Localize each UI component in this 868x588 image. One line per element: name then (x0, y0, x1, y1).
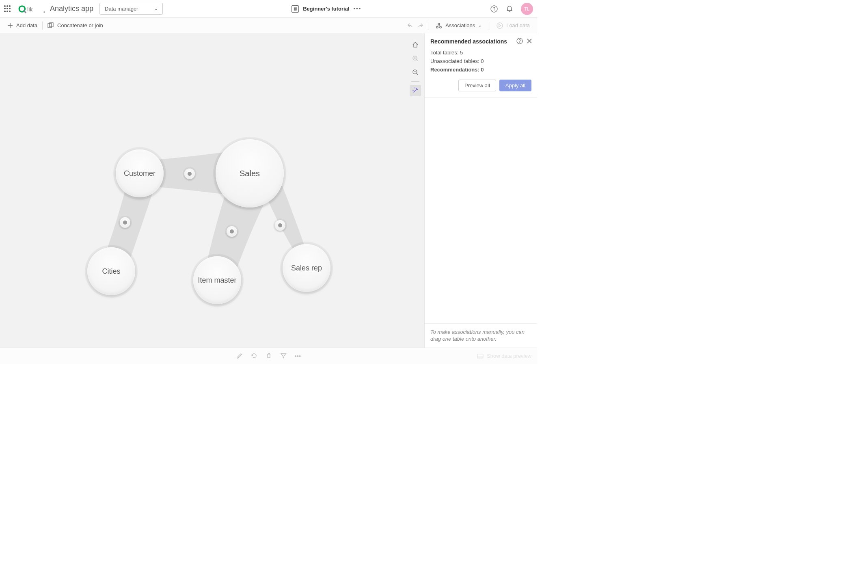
table-bubble-cities[interactable]: Cities (87, 247, 135, 295)
waffle-menu-icon[interactable] (4, 5, 11, 13)
association-dot[interactable] (227, 226, 237, 237)
footer-tools: ••• (236, 352, 301, 359)
avatar[interactable]: TL (521, 3, 533, 15)
play-circle-icon (497, 22, 503, 29)
app-name: Analytics app (50, 4, 93, 13)
show-data-preview-button: Show data preview (477, 353, 531, 359)
filter-icon (280, 352, 287, 359)
association-dot[interactable] (275, 220, 285, 231)
footer-bar: ••• Show data preview (0, 348, 537, 364)
home-icon[interactable] (410, 39, 421, 50)
canvas-area[interactable]: Customer Sales Cities Item master Sales … (0, 33, 424, 348)
more-icon[interactable]: ••• (295, 352, 301, 359)
panel-body (425, 97, 537, 323)
recommendations-value: 0 (481, 67, 484, 73)
svg-text:?: ? (493, 6, 495, 11)
apply-all-button[interactable]: Apply all (499, 80, 531, 91)
total-tables-value: 5 (460, 50, 463, 56)
concat-icon (48, 22, 54, 29)
concatenate-join-button[interactable]: Concatenate or join (44, 21, 106, 30)
load-data-button: Load data (493, 21, 533, 30)
panel-help-icon[interactable]: ? (516, 37, 523, 45)
panel-close-icon[interactable] (526, 37, 533, 45)
svg-text:lik: lik (27, 6, 33, 12)
undo-icon (407, 22, 414, 29)
table-bubble-customer[interactable]: Customer (116, 149, 164, 197)
refresh-icon (251, 352, 257, 359)
svg-point-7 (436, 26, 438, 28)
svg-rect-16 (477, 356, 483, 358)
panel-hint: To make associations manually, you can d… (425, 323, 537, 348)
qlik-logo[interactable]: lik (17, 0, 46, 17)
association-dot[interactable] (120, 217, 130, 228)
view-tools (410, 39, 421, 96)
chevron-down-icon: ⌄ (478, 23, 482, 28)
main: Customer Sales Cities Item master Sales … (0, 33, 537, 348)
associations-dropdown[interactable]: Associations ⌄ (432, 21, 485, 30)
dropdown-label: Data manager (105, 6, 138, 12)
table-bubble-item-master[interactable]: Item master (193, 256, 241, 304)
toolbar: Add data Concatenate or join Association… (0, 18, 537, 33)
zoom-out-icon[interactable] (410, 67, 421, 78)
table-bubble-sales[interactable]: Sales (216, 139, 284, 208)
chevron-down-icon: ⌄ (154, 6, 158, 11)
table-bubble-sales-rep[interactable]: Sales rep (283, 244, 330, 292)
preview-icon (477, 354, 484, 359)
unassoc-tables-value: 0 (481, 58, 484, 64)
add-data-button[interactable]: Add data (4, 21, 41, 30)
preview-all-button[interactable]: Preview all (458, 80, 496, 91)
svg-point-8 (440, 26, 441, 28)
redo-icon (417, 22, 424, 29)
notifications-icon[interactable] (505, 5, 514, 13)
help-icon[interactable]: ? (490, 5, 498, 13)
more-options-icon[interactable]: ••• (354, 6, 362, 12)
svg-point-10 (497, 23, 503, 28)
plus-icon (7, 23, 13, 28)
sheet-icon[interactable]: ▦ (291, 5, 299, 13)
zoom-in-icon (410, 53, 421, 64)
edit-icon (236, 352, 243, 359)
svg-point-2 (43, 11, 45, 13)
recommendations-panel: Recommended associations ? Total tables:… (424, 33, 537, 348)
magic-wand-icon[interactable] (410, 85, 421, 96)
tutorial-name: Beginner's tutorial (303, 6, 349, 12)
associations-icon (436, 22, 442, 29)
svg-text:?: ? (518, 39, 521, 43)
top-header: lik Analytics app Data manager ⌄ ▦ Begin… (0, 0, 537, 18)
association-dot[interactable] (184, 169, 195, 179)
svg-point-9 (438, 23, 440, 24)
view-dropdown[interactable]: Data manager ⌄ (99, 3, 163, 15)
delete-icon (266, 352, 272, 359)
